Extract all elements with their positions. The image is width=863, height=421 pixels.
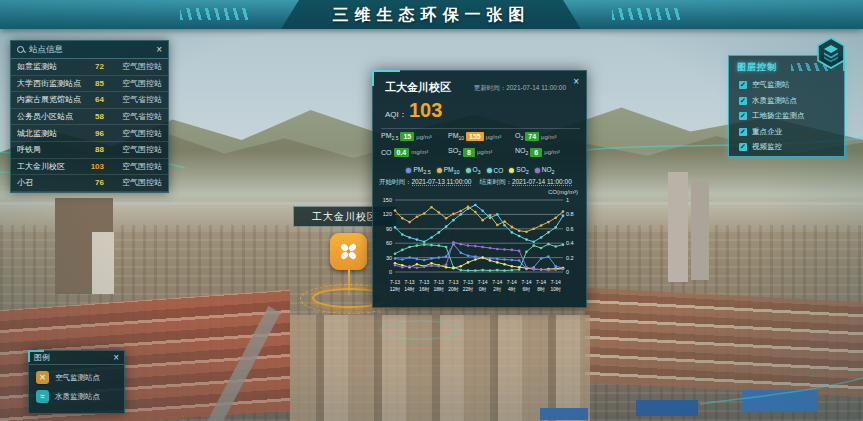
svg-text:0: 0 bbox=[566, 269, 569, 275]
station-type: 空气国控站 bbox=[110, 177, 162, 188]
pollutant-cell: NO26μg/m³ bbox=[515, 147, 582, 156]
update-time: 更新时间：2021-07-14 11:00:00 bbox=[474, 84, 566, 93]
svg-text:7-13: 7-13 bbox=[419, 279, 429, 285]
station-type: 空气省控站 bbox=[110, 111, 162, 122]
pollutant-grid: PM2.515μg/m³PM10155μg/m³O374μg/m³CO0.4mg… bbox=[381, 132, 582, 157]
pollutant-unit: μg/m³ bbox=[541, 134, 556, 140]
layer-item[interactable]: ✓重点企业 bbox=[739, 127, 782, 137]
close-icon[interactable]: × bbox=[573, 77, 579, 87]
station-aqi: 72 bbox=[84, 62, 104, 71]
checkbox-checked-icon[interactable]: ✓ bbox=[739, 81, 747, 89]
legend-item: ≈水质监测站点 bbox=[36, 390, 124, 403]
pollutant-name: PM2.5 bbox=[381, 132, 398, 141]
station-aqi: 85 bbox=[84, 79, 104, 88]
station-name: 小召 bbox=[17, 177, 84, 188]
pollutant-name: NO2 bbox=[515, 147, 528, 156]
chart-legend-item: O3 bbox=[466, 166, 481, 175]
station-row[interactable]: 呼铁局88空气国控站 bbox=[11, 142, 168, 159]
mid-blocks bbox=[290, 315, 590, 421]
station-name: 工大金川校区 bbox=[17, 161, 84, 172]
station-row[interactable]: 工大金川校区103空气国控站 bbox=[11, 159, 168, 176]
checkbox-checked-icon[interactable]: ✓ bbox=[739, 128, 747, 136]
legend-dot-icon bbox=[406, 168, 411, 173]
pollutant-cell: CO0.4mg/m³ bbox=[381, 147, 448, 156]
layers-hexagon-icon[interactable] bbox=[814, 36, 848, 70]
svg-text:7-13: 7-13 bbox=[434, 279, 444, 285]
station-name: 内蒙古展览馆站点 bbox=[17, 94, 84, 105]
pollutant-cell: PM2.515μg/m³ bbox=[381, 132, 448, 141]
checkbox-checked-icon[interactable]: ✓ bbox=[739, 143, 747, 151]
legend-dot-icon bbox=[509, 168, 514, 173]
aqi-label: AQI： bbox=[385, 109, 407, 120]
top-header-bar: 三维生态环保一张图 bbox=[0, 0, 863, 29]
svg-text:4时: 4时 bbox=[508, 286, 516, 292]
station-row[interactable]: 大学西街监测站点85空气国控站 bbox=[11, 76, 168, 93]
station-type: 空气国控站 bbox=[110, 78, 162, 89]
pollutant-cell: PM10155μg/m³ bbox=[448, 132, 515, 141]
pollutant-name: CO bbox=[381, 149, 392, 156]
legend-dot-icon bbox=[535, 168, 540, 173]
layer-item[interactable]: ✓工地扬尘监测点 bbox=[739, 111, 805, 121]
chart-legend-item: PM2.5 bbox=[406, 166, 430, 175]
svg-text:10时: 10时 bbox=[550, 286, 561, 292]
layer-label: 空气监测站 bbox=[752, 80, 790, 90]
legend-dot-icon bbox=[487, 168, 492, 173]
svg-text:7-14: 7-14 bbox=[551, 279, 561, 285]
legend-panel-header: 图例 × bbox=[29, 351, 124, 365]
station-row[interactable]: 城北监测站96空气国控站 bbox=[11, 125, 168, 142]
svg-text:7-13: 7-13 bbox=[448, 279, 458, 285]
svg-text:7-13: 7-13 bbox=[405, 279, 415, 285]
station-row[interactable]: 公务员小区站点58空气省控站 bbox=[11, 109, 168, 126]
legend-item-label: 水质监测站点 bbox=[55, 392, 100, 402]
station-detail-popup: 工大金川校区 更新时间：2021-07-14 11:00:00 × AQI： 1… bbox=[372, 70, 587, 308]
search-icon[interactable] bbox=[17, 46, 25, 54]
close-icon[interactable]: × bbox=[113, 353, 119, 363]
station-panel-title: 站点信息 bbox=[29, 44, 156, 56]
time-range-row: 开始时间：2021-07-13 11:00:00 结束时间：2021-07-14… bbox=[379, 178, 585, 187]
station-row[interactable]: 小召76空气国控站 bbox=[11, 175, 168, 192]
layer-item[interactable]: ✓空气监测站 bbox=[739, 80, 790, 90]
end-time-field: 结束时间：2021-07-14 11:00:00 bbox=[479, 178, 571, 187]
checkbox-checked-icon[interactable]: ✓ bbox=[739, 97, 747, 105]
station-row[interactable]: 如意监测站72空气国控站 bbox=[11, 59, 168, 76]
station-aqi: 76 bbox=[84, 178, 104, 187]
station-name: 大学西街监测站点 bbox=[17, 78, 84, 89]
close-icon[interactable]: × bbox=[156, 45, 162, 55]
update-time-value: 2021-07-14 11:00:00 bbox=[506, 84, 566, 91]
pollutant-name: O3 bbox=[515, 132, 523, 141]
chart-legend-item: PM10 bbox=[437, 166, 460, 175]
svg-text:14时: 14时 bbox=[404, 286, 415, 292]
legend-label: SO2 bbox=[516, 166, 528, 175]
start-time-input[interactable]: 2021-07-13 11:00:00 bbox=[412, 178, 472, 186]
station-type: 空气国控站 bbox=[110, 61, 162, 72]
svg-text:1: 1 bbox=[566, 197, 569, 203]
building bbox=[92, 232, 114, 294]
layer-item[interactable]: ✓水质监测站点 bbox=[739, 96, 797, 106]
start-time-field: 开始时间：2021-07-13 11:00:00 bbox=[379, 178, 471, 187]
svg-text:18时: 18时 bbox=[434, 286, 445, 292]
layer-item[interactable]: ✓视频监控 bbox=[739, 142, 782, 152]
svg-text:150: 150 bbox=[383, 197, 392, 203]
station-type: 空气省控站 bbox=[110, 94, 162, 105]
checkbox-checked-icon[interactable]: ✓ bbox=[739, 112, 747, 120]
svg-text:6时: 6时 bbox=[523, 286, 531, 292]
station-row[interactable]: 内蒙古展览馆站点64空气省控站 bbox=[11, 92, 168, 109]
pollutant-cell: SO28μg/m³ bbox=[448, 147, 515, 156]
pollutant-value-chip: 0.4 bbox=[394, 148, 410, 157]
layer-label: 水质监测站点 bbox=[752, 96, 797, 106]
legend-label: O3 bbox=[473, 166, 481, 175]
pollutant-unit: μg/m³ bbox=[544, 149, 559, 155]
svg-text:30: 30 bbox=[386, 255, 392, 261]
svg-text:0.2: 0.2 bbox=[566, 255, 574, 261]
svg-text:0时: 0时 bbox=[479, 286, 487, 292]
layer-label: 重点企业 bbox=[752, 127, 782, 137]
svg-text:16时: 16时 bbox=[419, 286, 430, 292]
svg-text:7-14: 7-14 bbox=[536, 279, 546, 285]
station-name: 城北监测站 bbox=[17, 128, 84, 139]
svg-text:7-14: 7-14 bbox=[478, 279, 488, 285]
blue-roof-factory bbox=[540, 408, 588, 420]
air-station-marker-icon[interactable] bbox=[330, 233, 367, 270]
station-type: 空气国控站 bbox=[110, 161, 162, 172]
tower bbox=[668, 172, 688, 282]
end-time-input[interactable]: 2021-07-14 11:00:00 bbox=[512, 178, 572, 186]
